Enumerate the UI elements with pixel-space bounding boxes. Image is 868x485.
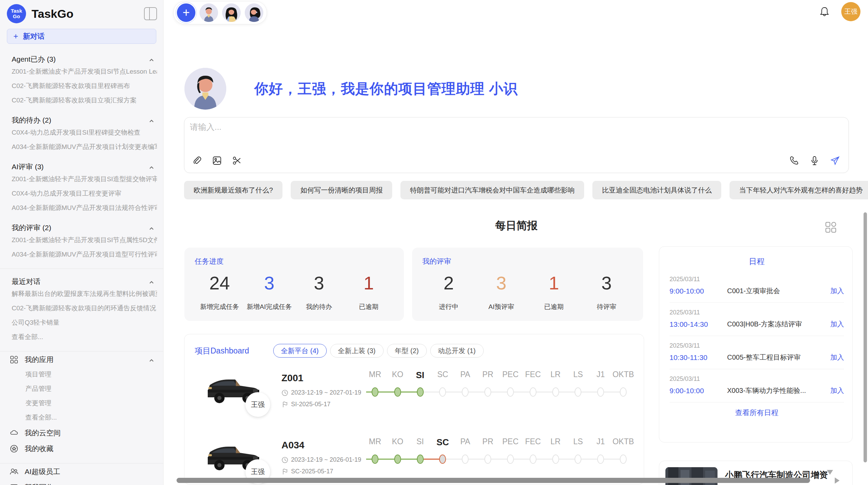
sidebar-item-cloud-space[interactable]: 我的云空间 <box>12 425 157 440</box>
chat-input[interactable] <box>190 122 843 132</box>
suggestion-chip[interactable]: 欧洲新规最近颁布了什么? <box>184 181 282 199</box>
join-button[interactable]: 加入 <box>830 353 844 362</box>
agent-avatar-1[interactable] <box>200 3 218 22</box>
schedule-item: 2025/03/11 13:00-14:30 C003|H0B-方案冻结评审 加… <box>670 303 844 336</box>
list-item[interactable]: C02-飞腾新能源轻客改款项目立项汇报方案 <box>12 93 157 108</box>
tab-new-body[interactable]: 全新上装 (3) <box>330 344 384 358</box>
new-chat-label: 新对话 <box>23 32 45 41</box>
group-header[interactable]: Agent已办 (3) <box>12 54 157 64</box>
mic-icon[interactable] <box>809 156 820 166</box>
paperclip-icon[interactable] <box>192 156 202 166</box>
group-title: 我的评审 (2) <box>12 223 51 233</box>
view-all-link[interactable]: 查看全部... <box>12 410 157 425</box>
schedule-item: 2025/03/11 10:30-11:30 C005-整车工程目标评审 加入 <box>670 336 844 369</box>
group-header[interactable]: 我的评审 (2) <box>12 223 157 233</box>
chevron-up-icon[interactable] <box>149 357 154 362</box>
scroll-right-arrow[interactable] <box>835 477 840 484</box>
scissors-icon[interactable] <box>232 156 242 166</box>
schedule-date: 2025/03/11 <box>670 375 844 383</box>
new-chat-button[interactable]: + 新对话 <box>7 29 156 44</box>
stat-label: 新增AI完成任务 <box>244 302 294 311</box>
join-button[interactable]: 加入 <box>830 320 844 329</box>
daily-briefing-title: 每日简报 <box>184 219 849 233</box>
image-icon[interactable] <box>212 156 222 166</box>
tab-powertrain[interactable]: 动总开发 (1) <box>430 344 484 358</box>
stat-value: 3 <box>475 272 528 294</box>
sidebar-item-my-apps[interactable]: 我的应用 <box>12 352 157 367</box>
card-title: 我的评审 <box>422 257 633 266</box>
list-item[interactable]: C02-飞腾新能源轻客改款项目里程碑画布 <box>12 79 157 93</box>
card-title: 任务进度 <box>195 257 394 266</box>
project-dates: 2023-12-19 ~ 2027-01-19 <box>281 389 361 396</box>
chevron-up-icon[interactable] <box>149 117 154 123</box>
sidebar-item-change-mgmt[interactable]: 变更管理 <box>12 396 157 410</box>
divider <box>0 351 163 351</box>
group-my-todo: 我的待办 (2) C0X4-动力总成开发项目SI里程碑提交物检查 A034-全新… <box>12 115 157 154</box>
list-item[interactable]: C02-飞腾新能源轻客改款项目的闭环通告反馈情况 <box>12 301 157 315</box>
project-flag-date: SI-2025-05-17 <box>281 401 330 408</box>
greeting-row: 你好，王强，我是你的项目管理助理 小识 <box>184 68 518 110</box>
list-item[interactable]: A034-全新新能源MUV产品开发项目造型可行性评审 <box>12 247 157 262</box>
chevron-up-icon[interactable] <box>149 225 154 231</box>
suggestion-chip[interactable]: 比亚迪全固态电池计划具体说了什么 <box>592 181 721 199</box>
group-header[interactable]: 我的待办 (2) <box>12 115 157 125</box>
send-icon[interactable] <box>830 156 840 166</box>
list-item[interactable]: A034-全新新能源MUV产品开发项目法规符合性评审 <box>12 201 157 215</box>
milestone-label: LR <box>544 437 567 448</box>
view-all-schedule-link[interactable]: 查看所有日程 <box>670 402 844 423</box>
horizontal-scrollbar[interactable] <box>177 478 810 483</box>
bell-icon[interactable] <box>819 6 830 17</box>
list-item[interactable]: 解释最新出台的欧盟报废车法规再生塑料比例被调至15%... <box>12 287 157 301</box>
list-item[interactable]: Z001-全新燃油皮卡产品开发项目SI节点Lesson Learn报告 <box>12 64 157 79</box>
apps-grid-icon <box>10 355 19 364</box>
chevron-up-icon[interactable] <box>149 57 154 62</box>
milestone-track: MR KO SI SC PA PR PEC FEC LR LS J1 OKTB <box>364 370 635 397</box>
tab-new-platform[interactable]: 全新平台 (4) <box>273 344 327 358</box>
chevron-up-icon[interactable] <box>149 279 154 284</box>
user-avatar[interactable]: 王强 <box>841 2 860 21</box>
milestone-label: LS <box>567 370 589 381</box>
schedule-name: C003|H0B-方案冻结评审 <box>727 320 830 329</box>
agent-avatar-3[interactable] <box>245 3 263 22</box>
vertical-scrollbar[interactable] <box>864 212 867 462</box>
view-all-link[interactable]: 查看全部... <box>12 330 157 344</box>
tab-year-model[interactable]: 年型 (2) <box>387 344 427 358</box>
layout-grid-icon[interactable] <box>824 221 837 234</box>
list-item[interactable]: A034-全新新能源MUV产品开发项目计划变更表编写 <box>12 140 157 154</box>
stat-value: 3 <box>244 272 294 294</box>
schedule-time: 9:00-10:00 <box>670 287 727 295</box>
group-header[interactable]: AI评审 (3) <box>12 162 157 172</box>
group-header[interactable]: 最近对话 <box>12 276 157 287</box>
list-item[interactable]: Z001-全新燃油轻卡产品开发项目SI节点属性5D文件评审 <box>12 233 157 247</box>
sidebar-item-product-mgmt[interactable]: 产品管理 <box>12 382 157 396</box>
stat-value: 24 <box>195 272 244 294</box>
phone-icon[interactable] <box>789 156 799 166</box>
milestone-label: J1 <box>589 437 612 448</box>
suggestion-chip[interactable]: 当下年轻人对汽车外观有怎样的喜好趋势 <box>730 181 868 199</box>
sidebar-item-project-mgmt[interactable]: 项目管理 <box>12 367 157 382</box>
list-item[interactable]: Z001-全新燃油轻卡产品开发项目SI造型提交物评审 <box>12 172 157 186</box>
stat-value: 2 <box>422 272 475 294</box>
join-button[interactable]: 加入 <box>830 386 844 395</box>
suggestion-chip[interactable]: 如何写一份清晰的项目周报 <box>291 181 392 199</box>
collapse-sidebar-icon[interactable] <box>144 7 157 20</box>
milestone-label: LR <box>544 370 567 381</box>
sidebar-item-favorites[interactable]: 我的收藏 <box>12 441 157 456</box>
sidebar-item-help-write[interactable]: 帮我写作 <box>12 480 157 485</box>
list-item[interactable]: C0X4-动力总成开发项目SI里程碑提交物检查 <box>12 125 157 140</box>
chevron-up-icon[interactable] <box>149 164 154 170</box>
add-agent-button[interactable]: + <box>177 3 195 22</box>
suggestion-chip[interactable]: 特朗普可能对进口汽车增税会对中国车企造成哪些影响 <box>400 181 584 199</box>
list-item[interactable]: 公司Q3轻卡销量 <box>12 315 157 330</box>
chat-input-card <box>184 117 849 173</box>
project-row-a034[interactable]: 王强 A034 2023-12-19 ~ 2026-01-19 SC-2025-… <box>184 434 644 485</box>
stat-label: 待评审 <box>580 302 633 311</box>
join-button[interactable]: 加入 <box>830 286 844 296</box>
clock-icon <box>281 389 288 396</box>
agent-avatar-2[interactable] <box>222 3 241 22</box>
list-item[interactable]: C0X4-动力总成开发项目工程变更评审 <box>12 186 157 201</box>
group-title: AI评审 (3) <box>12 162 44 172</box>
sidebar-item-ai-super-staff[interactable]: AI超级员工 <box>12 464 157 479</box>
project-row-z001[interactable]: 王强 Z001 2023-12-19 ~ 2027-01-19 SI-2025-… <box>184 366 644 425</box>
scroll-down-arrow[interactable] <box>827 470 833 475</box>
